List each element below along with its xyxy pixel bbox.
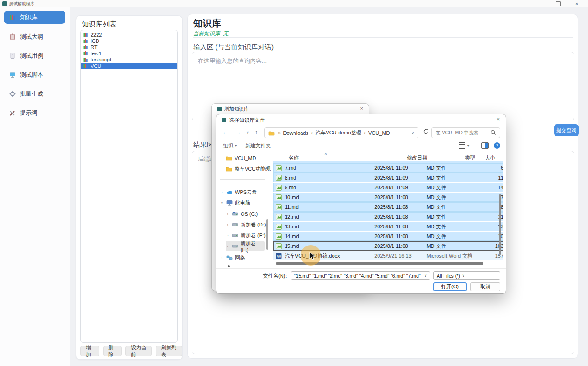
view-mode-button[interactable]: ▾ [459, 142, 469, 149]
breadcrumb-collapse-icon[interactable]: « [278, 130, 281, 135]
filename-input[interactable]: "15.md" "1.md" "2.md" "3.md" "4.md" "5.m… [291, 271, 430, 280]
open-button[interactable]: 打开(O) [433, 282, 467, 291]
refresh-icon[interactable] [423, 128, 429, 137]
monitor-icon [9, 72, 16, 78]
table-row[interactable]: 7.md 2025/8/1 11:09 MD 文件 6 [273, 163, 503, 173]
sort-ascending-icon: ∧ [324, 152, 327, 156]
tree-item-vcu-md[interactable]: VCU_MD [226, 153, 256, 163]
file-date: 2025/8/1 11:08 [374, 214, 426, 220]
table-row[interactable]: 12.md 2025/8/1 11:08 MD 文件 11 [273, 212, 503, 221]
table-row[interactable]: 13.md 2025/8/1 11:08 MD 文件 13 [273, 222, 503, 231]
back-icon[interactable]: ← [222, 129, 228, 135]
chevron-right-icon[interactable]: › [220, 190, 224, 194]
kb-list-item[interactable]: 2222 [81, 32, 177, 38]
vertical-scrollbar[interactable] [499, 194, 501, 255]
maximize-button[interactable] [554, 0, 563, 7]
chevron-right-icon[interactable]: › [226, 244, 229, 248]
chevron-down-icon[interactable]: ∨ [411, 131, 414, 135]
cancel-button[interactable]: 取消 [470, 282, 500, 291]
file-date: 2025/8/1 11:09 [374, 165, 426, 171]
dialog-toolbar: 组织▾ 新建文件夹 ▾ ? [216, 140, 506, 152]
list-view-icon [459, 142, 465, 149]
tree-item-wps-cloud[interactable]: › WPS云盘 [220, 187, 257, 197]
organize-button[interactable]: 组织▾ [223, 142, 237, 149]
tree-item-label: 新加卷 (D:) [241, 221, 266, 228]
current-kb-status: 当前知识库: 无 [193, 30, 228, 37]
chevron-right-icon[interactable]: › [220, 256, 224, 260]
kb-list-item[interactable]: ICD [81, 38, 177, 44]
sidebar-item-knowledge-base[interactable]: 知识库 [4, 11, 65, 24]
recent-locations-icon[interactable]: ∨ [246, 130, 249, 135]
tree-item-volume-e[interactable]: › 新加卷 (E:) [226, 230, 266, 240]
tree-item-folder[interactable]: 整车VCU功能规 [226, 164, 271, 174]
table-row[interactable]: 8.md 2025/8/1 11:09 MD 文件 11 [273, 173, 503, 182]
table-row[interactable]: 11.md 2025/8/1 11:08 MD 文件 8 [273, 202, 503, 212]
file-type: MD 文件 [426, 213, 483, 220]
refresh-list-button[interactable]: 刷新列表 [156, 346, 182, 356]
table-row[interactable]: 14.md 2025/8/1 11:08 MD 文件 10 [273, 232, 503, 241]
file-name: 10.md [285, 194, 374, 200]
up-icon[interactable]: ↑ [255, 129, 258, 135]
file-name: 9.md [285, 185, 374, 190]
preview-pane-button[interactable] [481, 142, 489, 149]
column-header-size[interactable]: 大小 [485, 154, 495, 161]
breadcrumb-segment[interactable]: 汽车VCU-demo整理 [315, 129, 361, 136]
network-icon [226, 255, 233, 260]
column-header-type[interactable]: 类型 [465, 154, 475, 161]
breadcrumb-segment[interactable]: Downloads [283, 130, 308, 136]
table-row[interactable]: 10.md 2025/8/1 11:08 MD 文件 7 [273, 193, 503, 202]
submit-query-button[interactable]: 提交查询 [554, 124, 579, 136]
svg-text:W: W [277, 254, 281, 259]
kb-list-item[interactable]: RT [81, 44, 177, 50]
sidebar-item-test-outline[interactable]: 测试大纲 [4, 30, 65, 43]
sidebar-item-batch-generate[interactable]: 批量生成 [4, 87, 65, 100]
chevron-down-icon[interactable]: ∨ [424, 273, 427, 278]
tree-item-volume-f[interactable]: › 新加卷 (F:) [226, 241, 265, 251]
minimize-button[interactable] [538, 0, 547, 7]
kb-list-item[interactable]: testscript [81, 57, 177, 63]
close-icon[interactable]: × [360, 106, 363, 111]
tree-item-os-c[interactable]: › OS (C:) [226, 209, 258, 219]
column-header-date[interactable]: 修改日期 [407, 154, 427, 161]
breadcrumb-segment[interactable]: VCU_MD [368, 130, 390, 136]
file-date: 2025/8/1 11:08 [374, 204, 426, 210]
dialog-icon [222, 118, 226, 122]
kb-list-item[interactable]: test1 [81, 50, 177, 56]
chevron-right-icon[interactable]: › [226, 212, 229, 216]
file-date: 2025/8/1 11:08 [374, 233, 426, 239]
kb-list-item-selected[interactable]: VCU [81, 63, 177, 69]
chevron-right-icon[interactable]: › [226, 223, 229, 227]
delete-button[interactable]: 删除 [103, 346, 122, 356]
tree-scrollbar[interactable] [266, 219, 268, 250]
tree-item-this-pc[interactable]: ∨ 此电脑 [220, 198, 250, 208]
file-name: 13.md [285, 224, 374, 229]
minimize-icon [541, 4, 545, 4]
kb-buttons: 增加 删除 设为当前 刷新列表 [80, 346, 182, 356]
close-icon: × [575, 0, 578, 7]
add-button[interactable]: 增加 [80, 346, 99, 356]
table-row[interactable]: 9.md 2025/8/1 11:09 MD 文件 14 [273, 183, 503, 192]
close-icon[interactable]: × [497, 116, 500, 123]
close-button[interactable]: × [572, 0, 581, 7]
help-button[interactable]: ? [494, 142, 500, 149]
column-header-name[interactable]: 名称 [288, 154, 299, 161]
sidebar-item-prompts[interactable]: 提示词 [4, 106, 65, 120]
sidebar-item-test-case[interactable]: 测试用例 [4, 49, 65, 62]
new-folder-button[interactable]: 新建文件夹 [245, 142, 271, 149]
file-type: MD 文件 [426, 243, 483, 250]
file-name: 7.md [285, 165, 374, 171]
chevron-right-icon[interactable]: › [226, 233, 229, 238]
chevron-down-icon[interactable]: ∨ [462, 273, 465, 278]
breadcrumb[interactable]: « Downloads › 汽车VCU-demo整理 › VCU_MD ∨ [264, 127, 418, 138]
tree-item-volume-d[interactable]: › 新加卷 (D:) [226, 220, 266, 230]
dialog-title: 选择知识库文件 [229, 117, 265, 124]
sidebar-item-test-script[interactable]: 测试脚本 [4, 68, 65, 81]
tree-item-network[interactable]: › 网络 [220, 253, 245, 263]
tree-item-label: 新加卷 (E:) [241, 232, 266, 239]
set-current-button[interactable]: 设为当前 [125, 346, 152, 356]
search-input[interactable]: 在 VCU_MD 中搜索 [431, 127, 500, 138]
file-type-select[interactable]: All Files (*) ∨ [433, 271, 500, 280]
forward-icon[interactable]: → [235, 129, 241, 135]
help-icon: ? [494, 142, 500, 149]
chevron-down-icon[interactable]: ∨ [220, 201, 224, 205]
